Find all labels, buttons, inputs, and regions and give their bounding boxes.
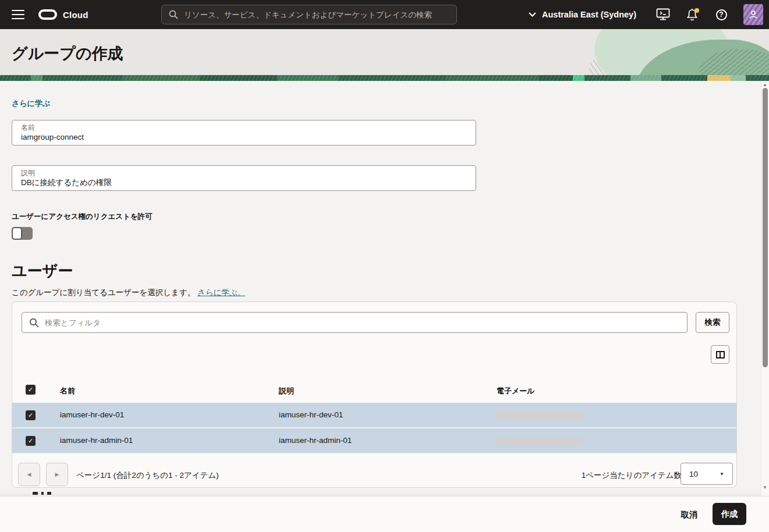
group-name-field[interactable]: 名前 xyxy=(12,120,476,146)
users-search-input[interactable] xyxy=(45,318,680,327)
create-group-page: Cloud Australia East (Sydney) xyxy=(0,0,769,532)
scroll-down-icon[interactable]: ▼ xyxy=(763,485,767,490)
items-per-page-value: 10 xyxy=(689,470,698,478)
group-description-field[interactable]: 説明 xyxy=(12,165,476,191)
decorative-green-strip xyxy=(0,75,769,81)
users-section-heading: ユーザー xyxy=(12,261,73,281)
row-description: iamuser-hr-admin-01 xyxy=(279,436,352,445)
notification-badge xyxy=(694,8,699,13)
help-icon: ? xyxy=(716,9,727,20)
cloud-shell-icon xyxy=(656,8,670,21)
learn-more-link[interactable]: さらに学ぶ xyxy=(12,98,50,109)
region-selector[interactable]: Australia East (Sydney) xyxy=(529,0,636,29)
row-email-redacted xyxy=(496,412,583,419)
clipped-section-text xyxy=(33,492,51,495)
hamburger-menu-icon[interactable] xyxy=(12,10,24,19)
caret-down-icon: ▼ xyxy=(720,471,724,477)
chevron-right-icon: ▶ xyxy=(55,471,59,477)
search-icon xyxy=(29,318,39,328)
column-settings-button[interactable] xyxy=(711,345,729,364)
user-avatar[interactable] xyxy=(743,4,763,25)
column-header-name[interactable]: 名前 xyxy=(60,386,75,396)
row-checkbox[interactable]: ✓ xyxy=(26,410,36,420)
users-table-panel: 検索 ✓ 名前 説明 電子メール ✓ iamuser-hr-dev-01 iam… xyxy=(12,302,737,488)
description-field-label: 説明 xyxy=(21,169,467,178)
users-description-text: このグループに割り当てるユーザーを選択します。 xyxy=(12,288,195,297)
items-per-page-label: 1ページ当たりのアイテム数 xyxy=(574,470,682,481)
action-footer: 取消 作成 xyxy=(0,496,769,532)
global-search-bar[interactable] xyxy=(161,5,457,24)
access-request-toggle[interactable] xyxy=(12,227,33,240)
help-button[interactable]: ? xyxy=(714,8,728,22)
row-description: iamuser-hr-dev-01 xyxy=(279,410,343,419)
column-header-description[interactable]: 説明 xyxy=(279,386,294,396)
brand-label: Cloud xyxy=(63,10,88,20)
previous-page-button[interactable]: ◀ xyxy=(18,463,40,486)
cancel-button[interactable]: 取消 xyxy=(674,505,704,524)
scroll-up-icon[interactable]: ▲ xyxy=(763,82,767,87)
vertical-scrollbar[interactable]: ▲ ▼ xyxy=(761,81,769,496)
chevron-down-icon xyxy=(529,12,536,17)
users-learn-more-link[interactable]: さらに学ぶ。 xyxy=(197,288,245,297)
table-columns-icon xyxy=(716,351,725,359)
cloud-shell-button[interactable] xyxy=(656,8,670,22)
description-input[interactable] xyxy=(21,178,467,188)
column-header-email[interactable]: 電子メール xyxy=(497,386,535,396)
items-per-page-select[interactable]: 10 ▼ xyxy=(681,463,733,485)
table-row[interactable]: ✓ iamuser-hr-dev-01 iamuser-hr-dev-01 xyxy=(12,403,736,428)
topbar-icon-group: ? xyxy=(656,0,763,29)
oracle-logo-icon[interactable] xyxy=(38,9,57,20)
person-icon xyxy=(748,9,759,20)
access-request-toggle-label: ユーザーにアクセス権のリクエストを許可 xyxy=(12,212,153,222)
row-checkbox[interactable]: ✓ xyxy=(26,436,36,446)
search-button[interactable]: 検索 xyxy=(696,312,729,333)
scrollbar-thumb[interactable] xyxy=(763,88,768,367)
users-search-bar[interactable] xyxy=(22,312,688,333)
next-page-button[interactable]: ▶ xyxy=(46,463,68,486)
global-search-input[interactable] xyxy=(184,10,449,19)
row-name: iamuser-hr-dev-01 xyxy=(60,410,124,419)
pagination-label: ページ1/1 (合計2のうちの1 - 2アイテム) xyxy=(76,470,219,481)
page-title: グループの作成 xyxy=(12,43,123,64)
users-section-description: このグループに割り当てるユーザーを選択します。 さらに学ぶ。 xyxy=(12,288,245,298)
chevron-left-icon: ◀ xyxy=(27,471,31,477)
table-row[interactable]: ✓ iamuser-hr-admin-01 iamuser-hr-admin-0… xyxy=(12,428,736,453)
row-name: iamuser-hr-admin-01 xyxy=(60,436,133,445)
create-button[interactable]: 作成 xyxy=(713,503,746,525)
notifications-button[interactable] xyxy=(685,8,699,22)
toggle-knob xyxy=(12,227,22,240)
table-header-row: ✓ 名前 説明 電子メール xyxy=(12,379,736,402)
select-all-checkbox[interactable]: ✓ xyxy=(26,385,36,395)
name-field-label: 名前 xyxy=(21,123,467,132)
top-navigation-bar: Cloud Australia East (Sydney) xyxy=(0,0,769,29)
decorative-artwork xyxy=(594,29,769,75)
search-icon xyxy=(169,10,178,19)
row-email-redacted xyxy=(496,437,583,445)
name-input[interactable] xyxy=(21,132,467,143)
region-label: Australia East (Sydney) xyxy=(542,10,636,19)
